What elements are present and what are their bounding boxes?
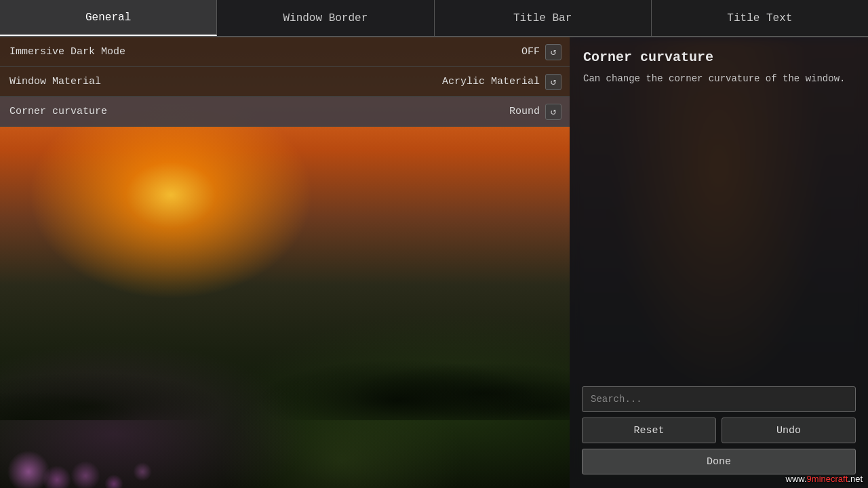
setting-row-immersive-dark-mode[interactable]: Immersive Dark Mode OFF ↺ (0, 37, 570, 67)
reset-button-label: Reset (633, 425, 664, 436)
setting-row-corner-curvature[interactable]: Corner curvature Round ↺ (0, 97, 570, 127)
reset-btn-immersive-dark-mode[interactable]: ↺ (545, 44, 561, 60)
reset-btn-window-material[interactable]: ↺ (545, 74, 561, 90)
watermark-suffix: .net (848, 474, 863, 484)
reset-btn-corner-curvature[interactable]: ↺ (545, 104, 561, 120)
setting-value-wrap-corner-curvature: Round ↺ (509, 104, 561, 120)
tab-window-border-label: Window Border (283, 12, 368, 24)
reset-button[interactable]: Reset (582, 418, 716, 443)
undo-button-label: Undo (776, 425, 801, 436)
setting-value-wrap-window-material: Acrylic Material ↺ (442, 74, 561, 90)
bottom-controls: Reset Undo Done (570, 386, 868, 474)
button-row-reset-undo: Reset Undo (582, 418, 856, 443)
tab-title-text-label: Title Text (727, 12, 792, 24)
setting-value-window-material: Acrylic Material (442, 76, 540, 87)
info-description: Can change the corner curvature of the w… (583, 72, 854, 86)
tab-title-text[interactable]: Title Text (652, 0, 868, 36)
setting-label-corner-curvature: Corner curvature (9, 106, 107, 117)
setting-label-window-material: Window Material (9, 76, 101, 87)
search-input[interactable] (582, 386, 856, 412)
info-title: Corner curvature (583, 49, 854, 65)
watermark-prefix: www. (786, 474, 807, 484)
setting-value-wrap-immersive-dark-mode: OFF ↺ (521, 44, 561, 60)
setting-label-immersive-dark-mode: Immersive Dark Mode (9, 46, 125, 58)
tab-general-label: General (85, 12, 131, 24)
setting-row-window-material[interactable]: Window Material Acrylic Material ↺ (0, 67, 570, 97)
flowers-decoration (0, 407, 285, 488)
tab-title-bar[interactable]: Title Bar (435, 0, 652, 36)
tab-general[interactable]: General (0, 0, 217, 36)
undo-button[interactable]: Undo (722, 418, 856, 443)
setting-value-immersive-dark-mode: OFF (521, 46, 540, 58)
tab-bar: General Window Border Title Bar Title Te… (0, 0, 868, 37)
tab-title-bar-label: Title Bar (513, 12, 572, 24)
settings-list: Immersive Dark Mode OFF ↺ Window Materia… (0, 37, 570, 127)
setting-value-corner-curvature: Round (509, 106, 540, 117)
done-button[interactable]: Done (582, 449, 856, 474)
info-panel: Corner curvature Can change the corner c… (570, 37, 868, 98)
tab-window-border[interactable]: Window Border (217, 0, 434, 36)
watermark-highlight: 9minecraft (807, 474, 848, 484)
watermark: www.9minecraft.net (786, 474, 863, 484)
done-button-label: Done (707, 456, 731, 468)
